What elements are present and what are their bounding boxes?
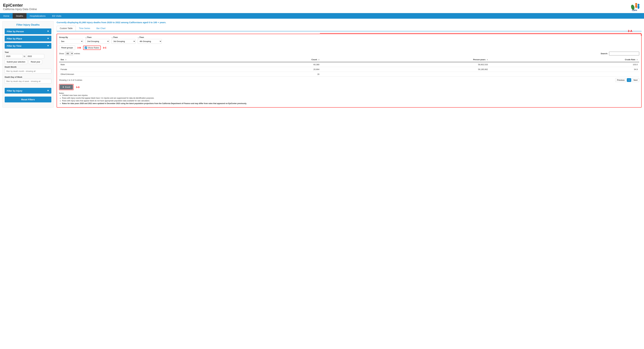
then1-label: ...Then [85,36,109,38]
nav-home[interactable]: Home [0,13,13,19]
table-section: 3-A Group By Sex ...Then 2nd Grouping [57,34,642,108]
chevron-down-icon-2: ▼ [47,37,49,40]
chevron-down-icon: ▼ [47,30,49,33]
svg-point-2 [635,4,637,8]
filter-person-button[interactable]: Filter by Person ▼ [5,28,51,34]
svg-text:CDPH: CDPH [632,9,637,12]
year-from-input[interactable] [5,54,23,58]
cell-count-other: 16 [216,72,321,77]
chevron-down-icon-4: ▼ [47,89,49,92]
cell-py-other [321,72,489,77]
entries-row: Show All 10 25 50 100 entries Search: [59,52,639,56]
data-table: Sex ⇕ Count ⇕ Person-years ⇕ Crude Rat [59,57,639,77]
search-label: Search: [600,52,608,55]
entries-select[interactable]: All 10 25 50 100 [65,52,73,56]
reset-filters-button[interactable]: Reset Filters [5,96,51,102]
annotation-3a: 3-A [628,30,632,33]
cell-sex-male: Male [59,62,216,67]
previous-button[interactable]: Previous [615,78,626,82]
bracket-3a [320,33,641,36]
note-item-4: Rates for data years 2020 and 2021 were … [62,102,639,104]
filter-person-label: Filter by Person [7,30,24,33]
filter-place-section: Filter by Place ▼ [5,36,51,42]
note-item-3: Rows with injury rates that appear blank… [62,100,639,102]
table-row: Other/Unknown 16 [59,72,639,77]
search-input[interactable] [609,52,639,56]
note-item-2: Rows with injury counts that appear blan… [62,97,639,99]
nav-bar: Home Deaths Hospitalizations ED Visits [0,13,644,19]
excel-btn-wrap: ⬇ Excel 3-D [59,84,639,90]
next-button[interactable]: Next [632,78,639,82]
annotation-3b: 3-B [77,46,81,49]
table-row: Male 60,380 58,602,533 103.0 [59,62,639,67]
cell-cr-female: 34.9 [489,67,639,72]
display-info: Currently displaying 81,060 injury death… [57,21,642,24]
group-by-select[interactable]: Sex [59,39,83,44]
reset-groups-button[interactable]: Reset groups [59,46,75,50]
show-rates-text: Show Rates [88,46,99,49]
entries-left: Show All 10 25 50 100 entries [59,52,80,56]
year-label: Year [5,51,51,53]
filter-injury-button[interactable]: Filter by Injury ▼ [5,88,51,94]
nav-deaths[interactable]: Deaths [13,13,26,19]
then1-select[interactable]: 2nd Grouping [85,39,109,44]
then3-label: ...Then [138,36,162,38]
show-rates-label[interactable]: Show Rates [83,46,101,50]
death-day-input[interactable] [5,79,51,84]
then2-select[interactable]: 3rd Grouping [112,39,136,44]
then3-select[interactable]: 4th Grouping [138,39,162,44]
page-1-button[interactable]: 1 [627,78,631,82]
controls-row: Reset groups 3-B Show Rates 3-C [59,46,639,50]
table-row: Female 20,664 59,185,662 34.9 [59,67,639,72]
annotation-3c: 3-C [103,46,106,49]
group-by-row: Group By Sex ...Then 2nd Grouping ...The… [59,36,639,44]
pagination-buttons: Previous 1 Next [615,78,639,82]
svg-point-4 [638,5,640,9]
header-title: EpiCenter California Injury Data Online [3,3,37,11]
logo-area: CDPH [629,2,641,12]
tabs: Custom Table Time Series Bar Chart [57,26,642,31]
filter-injury-section: Filter by Injury ▼ [5,88,51,94]
year-to-input[interactable] [26,54,44,58]
reset-year-button[interactable]: Reset year [29,60,42,64]
tab-bar-chart[interactable]: Bar Chart [94,26,109,31]
nav-hospitalizations[interactable]: Hospitalizations [26,13,49,19]
cell-count-female: 20,664 [216,67,321,72]
cell-py-female: 59,185,662 [321,67,489,72]
year-buttons-row: Submit year selection Reset year [5,60,51,64]
header: EpiCenter California Injury Data Online … [0,0,644,13]
cell-cr-male: 103.0 [489,62,639,67]
showing-text: Showing 1 to 3 of 3 entries [59,79,82,81]
filter-place-label: Filter by Place [7,37,22,40]
col-crude-rate[interactable]: Crude Rate ⇕ [489,57,639,62]
cell-py-male: 58,602,533 [321,62,489,67]
cell-sex-other: Other/Unknown [59,72,216,77]
then2-label: ...Then [112,36,136,38]
filter-time-label: Filter by Time [7,44,22,47]
then2-col: ...Then 3rd Grouping [112,36,136,44]
filter-time-button[interactable]: Filter by Time ▼ [5,43,51,49]
submit-year-button[interactable]: Submit year selection [5,60,27,64]
main-layout: Filter Injury Deaths Filter by Person ▼ … [0,19,644,110]
cell-sex-female: Female [59,67,216,72]
nav-ed-visits[interactable]: ED Visits [49,13,65,19]
col-person-years[interactable]: Person-years ⇕ [321,57,489,62]
filter-place-button[interactable]: Filter by Place ▼ [5,36,51,42]
death-month-input[interactable] [5,69,51,74]
excel-label: Excel [65,86,70,88]
notes-list: Unlisted rows have zero injuries. Rows w… [59,94,639,104]
year-to-separator: to [24,55,25,58]
notes-header: Notes: [59,92,64,94]
tab-custom-table[interactable]: Custom Table [57,26,76,31]
table-body: Male 60,380 58,602,533 103.0 Female 20,6… [59,62,639,77]
filter-injury-label: Filter by Injury [7,90,22,92]
app-title: EpiCenter [3,3,37,8]
col-count[interactable]: Count ⇕ [216,57,321,62]
cell-count-male: 60,380 [216,62,321,67]
then1-col: ...Then 2nd Grouping [85,36,109,44]
excel-button[interactable]: ⬇ Excel [60,85,73,90]
show-rates-checkbox[interactable] [85,46,87,49]
tab-time-series[interactable]: Time Series [76,26,93,31]
col-sex[interactable]: Sex ⇕ [59,57,216,62]
chevron-down-icon-3: ▼ [47,44,49,47]
